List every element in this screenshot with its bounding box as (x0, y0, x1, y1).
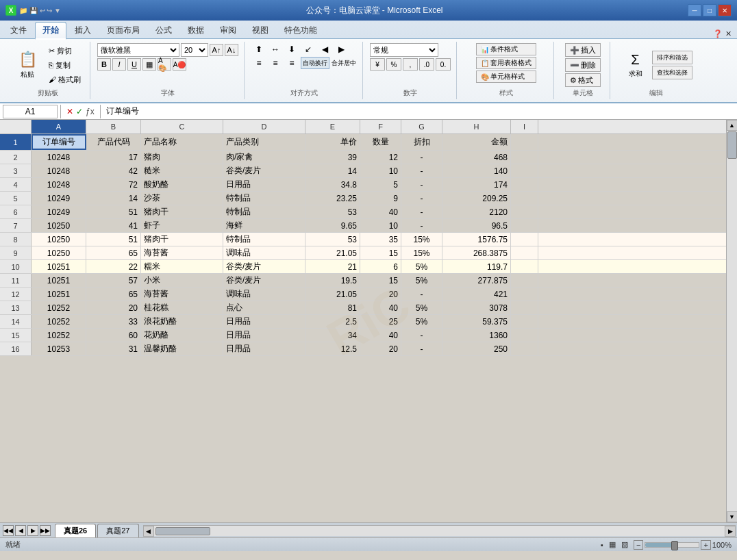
cell-h6[interactable]: 2120 (442, 205, 511, 218)
cell-d12[interactable]: 调味品 (223, 288, 305, 301)
formula-input[interactable] (103, 105, 734, 118)
cell-f4[interactable]: 5 (360, 178, 401, 191)
row-number-15[interactable]: 15 (0, 329, 32, 342)
cell-i7[interactable] (511, 219, 538, 232)
cell-i2[interactable] (511, 151, 538, 164)
row-number-6[interactable]: 6 (0, 205, 32, 218)
cell-a11[interactable]: 10251 (32, 274, 86, 287)
scroll-thumb[interactable] (727, 131, 737, 159)
cell-c10[interactable]: 糯米 (141, 260, 223, 273)
cell-b7[interactable]: 41 (86, 219, 141, 232)
cell-a10[interactable]: 10251 (32, 260, 86, 273)
cell-h13[interactable]: 3078 (442, 301, 511, 314)
tab-view[interactable]: 视图 (245, 22, 276, 38)
cell-b10[interactable]: 22 (86, 260, 141, 273)
cell-b2[interactable]: 17 (86, 151, 141, 164)
cell-h15[interactable]: 1360 (442, 329, 511, 342)
scroll-right-button[interactable]: ▶ (725, 526, 736, 537)
cell-a3[interactable]: 10248 (32, 164, 86, 177)
cell-h4[interactable]: 174 (442, 178, 511, 191)
cell-i12[interactable] (511, 288, 538, 301)
format-painter-button[interactable]: 🖌格式刷 (45, 73, 84, 86)
cell-f16[interactable]: 20 (360, 342, 401, 355)
cell-c1[interactable]: 产品名称 (141, 134, 223, 150)
zoom-in-button[interactable]: + (701, 540, 710, 550)
cell-e1[interactable]: 单价 (305, 134, 360, 150)
cell-g2[interactable]: - (401, 151, 442, 164)
underline-button[interactable]: U (127, 58, 141, 71)
cell-i15[interactable] (511, 329, 538, 342)
cell-d3[interactable]: 谷类/麦片 (223, 164, 305, 177)
cell-a7[interactable]: 10250 (32, 219, 86, 232)
cell-i10[interactable] (511, 260, 538, 273)
cell-d5[interactable]: 特制品 (223, 192, 305, 205)
row-number-8[interactable]: 8 (0, 233, 32, 246)
scroll-left-button[interactable]: ◀ (143, 526, 154, 537)
cell-d9[interactable]: 调味品 (223, 246, 305, 259)
cell-g11[interactable]: 5% (401, 274, 442, 287)
cell-c9[interactable]: 海苔酱 (141, 246, 223, 259)
wrap-text-button[interactable]: 自动换行 (301, 57, 329, 69)
cell-i3[interactable] (511, 164, 538, 177)
scroll-track[interactable] (727, 131, 737, 511)
cell-styles-button[interactable]: 🎨单元格样式 (476, 71, 536, 83)
format-cells-button[interactable]: ⚙格式 (565, 73, 601, 87)
col-header-h[interactable]: H (442, 120, 511, 133)
cell-h8[interactable]: 1576.75 (442, 233, 511, 246)
cell-g9[interactable]: 15% (401, 246, 442, 259)
cell-a15[interactable]: 10252 (32, 329, 86, 342)
cell-f1[interactable]: 数量 (360, 134, 401, 150)
col-header-b[interactable]: B (86, 120, 141, 133)
cell-g3[interactable]: - (401, 164, 442, 177)
sheet-next-button[interactable]: ▶▶ (40, 525, 51, 536)
cell-i1[interactable] (511, 134, 538, 150)
paste-button[interactable]: 📋 粘贴 (11, 45, 44, 85)
cell-reference-input[interactable] (3, 105, 58, 118)
sheet-tab-zhenti27[interactable]: 真题27 (97, 524, 138, 537)
col-header-c[interactable]: C (141, 120, 223, 133)
cell-d8[interactable]: 特制品 (223, 233, 305, 246)
cell-g15[interactable]: - (401, 329, 442, 342)
align-bottom-button[interactable]: ⬇ (284, 43, 299, 55)
cell-a9[interactable]: 10250 (32, 246, 86, 259)
zoom-slider[interactable] (645, 542, 699, 548)
cell-g5[interactable]: - (401, 192, 442, 205)
cell-d16[interactable]: 日用品 (223, 342, 305, 355)
cell-e12[interactable]: 21.05 (305, 288, 360, 301)
row-number-11[interactable]: 11 (0, 274, 32, 287)
cell-d13[interactable]: 点心 (223, 301, 305, 314)
cell-b6[interactable]: 51 (86, 205, 141, 218)
decimal-decrease-button[interactable]: 0. (436, 58, 451, 71)
cell-c15[interactable]: 花奶酪 (141, 329, 223, 342)
cell-b5[interactable]: 14 (86, 192, 141, 205)
cell-e8[interactable]: 53 (305, 233, 360, 246)
row-number-9[interactable]: 9 (0, 246, 32, 259)
cell-f6[interactable]: 40 (360, 205, 401, 218)
cell-b11[interactable]: 57 (86, 274, 141, 287)
minimize-ribbon-icon[interactable]: ✕ (725, 29, 732, 38)
cell-i6[interactable] (511, 205, 538, 218)
insert-cells-button[interactable]: ➕插入 (565, 43, 601, 57)
cell-c13[interactable]: 桂花糕 (141, 301, 223, 314)
cell-f2[interactable]: 12 (360, 151, 401, 164)
table-format-button[interactable]: 📋套用表格格式 (476, 57, 536, 69)
cell-d1[interactable]: 产品类别 (223, 134, 305, 150)
cell-b15[interactable]: 60 (86, 329, 141, 342)
cell-e4[interactable]: 34.8 (305, 178, 360, 191)
cell-i4[interactable] (511, 178, 538, 191)
row-number-2[interactable]: 2 (0, 151, 32, 164)
conditional-format-button[interactable]: 📊条件格式 (476, 43, 536, 55)
cell-c4[interactable]: 酸奶酪 (141, 178, 223, 191)
cell-a8[interactable]: 10250 (32, 233, 86, 246)
cell-f3[interactable]: 10 (360, 164, 401, 177)
align-left-button[interactable]: ≡ (251, 57, 266, 69)
cell-f10[interactable]: 6 (360, 260, 401, 273)
cell-e5[interactable]: 23.25 (305, 192, 360, 205)
text-direction-button[interactable]: ↙ (301, 43, 316, 55)
cell-c7[interactable]: 虾子 (141, 219, 223, 232)
cut-button[interactable]: ✂剪切 (45, 44, 84, 58)
cell-g1[interactable]: 折扣 (401, 134, 442, 150)
decimal-increase-button[interactable]: .0 (419, 58, 434, 71)
cell-e10[interactable]: 21 (305, 260, 360, 273)
font-shrink-button[interactable]: A↓ (225, 44, 238, 56)
